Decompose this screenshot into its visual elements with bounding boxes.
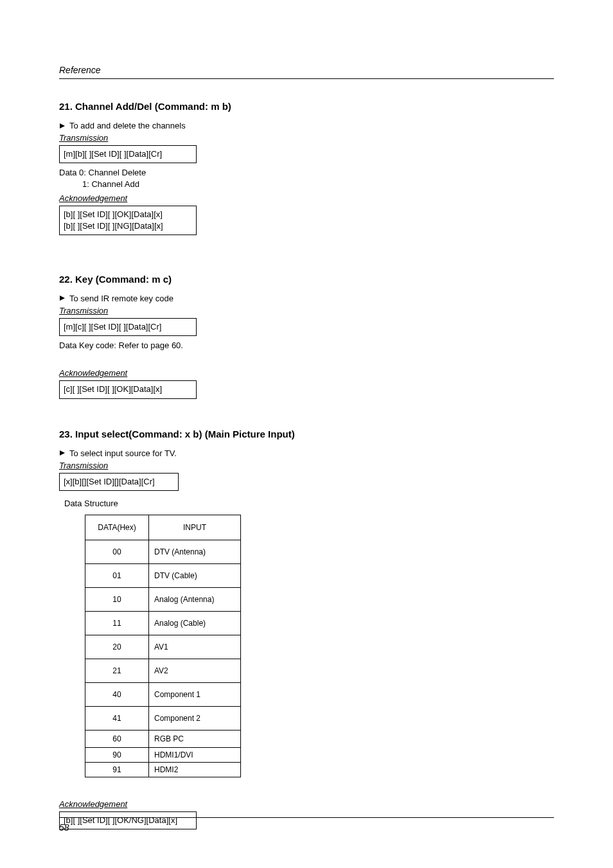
cell-input: HDMI1/DVI xyxy=(149,747,241,762)
cell-data-hex: 40 xyxy=(85,682,149,706)
table-row: 91HDMI2 xyxy=(85,762,241,777)
section-22-desc: To send IR remote key code xyxy=(59,294,554,303)
table-row: 11Analog (Cable) xyxy=(85,611,241,635)
ack-code: [b][ ][Set ID][ ][OK][Data][x] [b][ ][Se… xyxy=(59,206,197,235)
cell-data-hex: 01 xyxy=(85,563,149,587)
code-text: [x][b][][Set ID][][Data][Cr] xyxy=(64,477,155,486)
table-row: 01DTV (Cable) xyxy=(85,563,241,587)
transmission-code: [m][b][ ][Set ID][ ][Data][Cr] xyxy=(59,145,197,163)
cell-input: AV2 xyxy=(149,659,241,682)
transmission-label: Transmission xyxy=(59,461,554,470)
data-structure-table: DATA(Hex) INPUT 00DTV (Antenna)01DTV (Ca… xyxy=(85,515,554,777)
data-lines: Data 0: Channel Delete 1: Channel Add xyxy=(59,167,554,190)
header-reference: Reference xyxy=(59,65,101,75)
ack-line-1: [b][ ][Set ID][ ][OK][Data][x] xyxy=(64,209,192,220)
section-22: 22. Key (Command: m c) To send IR remote… xyxy=(59,274,554,399)
triangle-icon xyxy=(59,295,66,301)
cell-input: DTV (Antenna) xyxy=(149,540,241,563)
section-21-desc-text: To add and delete the channels xyxy=(69,121,186,130)
transmission-code: [m][c][ ][Set ID][ ][Data][Cr] xyxy=(59,318,197,336)
table-row: 41Component 2 xyxy=(85,706,241,730)
cell-input: HDMI2 xyxy=(149,762,241,777)
transmission-code: [x][b][][Set ID][][Data][Cr] xyxy=(59,473,179,491)
page: Reference 21. Channel Add/Del (Command: … xyxy=(0,0,613,868)
section-23-desc: To select input source for TV. xyxy=(59,448,554,458)
cell-data-hex: 41 xyxy=(85,706,149,730)
cell-input: Analog (Cable) xyxy=(149,611,241,635)
cell-data-hex: 90 xyxy=(85,747,149,762)
section-21-desc: To add and delete the channels xyxy=(59,121,554,130)
cell-data-hex: 20 xyxy=(85,635,149,659)
cell-input: DTV (Cable) xyxy=(149,563,241,587)
ack-text: [c][ ][Set ID][ ][OK][Data][x] xyxy=(64,384,162,394)
cell-data-hex: 00 xyxy=(85,540,149,563)
cell-data-hex: 11 xyxy=(85,611,149,635)
table-row: 10Analog (Antenna) xyxy=(85,587,241,611)
ack-label: Acknowledgement xyxy=(59,368,554,378)
table-row: 60RGB PC xyxy=(85,730,241,747)
table-row: 90HDMI1/DVI xyxy=(85,747,241,762)
page-number: 58 xyxy=(59,822,69,833)
ack-label: Acknowledgement xyxy=(59,799,554,809)
cell-input: RGB PC xyxy=(149,730,241,747)
section-23-title: 23. Input select(Command: x b) (Main Pic… xyxy=(59,429,554,439)
svg-marker-1 xyxy=(60,296,65,301)
cell-input: AV1 xyxy=(149,635,241,659)
ack-code: [c][ ][Set ID][ ][OK][Data][x] xyxy=(59,380,197,398)
table-row: 00DTV (Antenna) xyxy=(85,540,241,563)
data-line: Data Key code: Refer to page 60. xyxy=(59,340,554,351)
section-22-desc-text: To send IR remote key code xyxy=(69,294,173,303)
cell-data-hex: 10 xyxy=(85,587,149,611)
data-structure-label: Data Structure xyxy=(64,499,554,508)
data-line-2: 1: Channel Add xyxy=(59,179,554,190)
th-data-hex: DATA(Hex) xyxy=(85,515,149,540)
header-rule: Reference xyxy=(59,64,554,79)
section-23-desc-text: To select input source for TV. xyxy=(69,448,177,458)
ack-label: Acknowledgement xyxy=(59,193,554,203)
cell-data-hex: 91 xyxy=(85,762,149,777)
triangle-icon xyxy=(59,123,66,129)
table-row: 21AV2 xyxy=(85,659,241,682)
section-22-title: 22. Key (Command: m c) xyxy=(59,274,554,285)
ack-line-2: [b][ ][Set ID][ ][NG][Data][x] xyxy=(64,220,192,232)
th-input: INPUT xyxy=(149,515,241,540)
section-21: 21. Channel Add/Del (Command: m b) To ad… xyxy=(59,101,554,235)
table-row: 20AV1 xyxy=(85,635,241,659)
cell-data-hex: 60 xyxy=(85,730,149,747)
page-footer: 58 xyxy=(59,817,554,833)
svg-marker-2 xyxy=(60,450,65,456)
cell-input: Analog (Antenna) xyxy=(149,587,241,611)
section-21-title: 21. Channel Add/Del (Command: m b) xyxy=(59,101,554,112)
code-text: [m][b][ ][Set ID][ ][Data][Cr] xyxy=(64,149,162,159)
cell-input: Component 1 xyxy=(149,682,241,706)
transmission-label: Transmission xyxy=(59,306,554,315)
cell-data-hex: 21 xyxy=(85,659,149,682)
transmission-label: Transmission xyxy=(59,133,554,143)
svg-marker-0 xyxy=(60,123,65,128)
code-text: [m][c][ ][Set ID][ ][Data][Cr] xyxy=(64,322,161,332)
table-row: 40Component 1 xyxy=(85,682,241,706)
triangle-icon xyxy=(59,450,66,456)
section-23: 23. Input select(Command: x b) (Main Pic… xyxy=(59,429,554,829)
cell-input: Component 2 xyxy=(149,706,241,730)
data-line-1: Data 0: Channel Delete xyxy=(59,167,554,179)
